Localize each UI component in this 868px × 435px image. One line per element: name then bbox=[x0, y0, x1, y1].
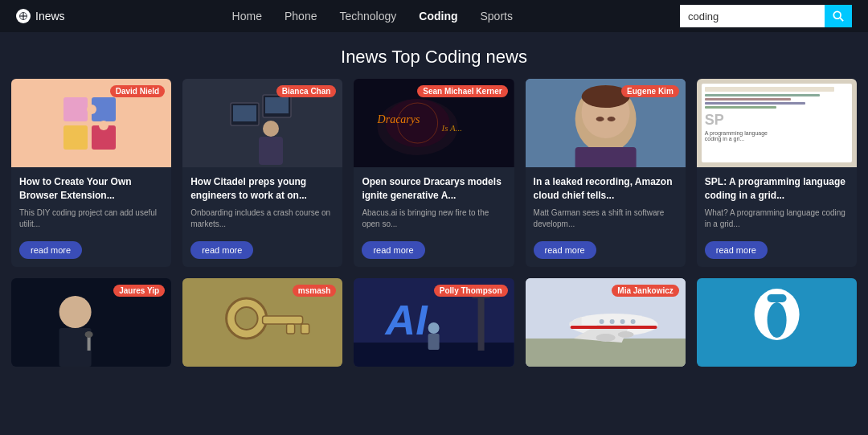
card-btn-wrap-5: read more bbox=[697, 236, 857, 267]
nav-phone[interactable]: Phone bbox=[285, 10, 317, 23]
svg-point-58 bbox=[620, 319, 624, 324]
card-btn-wrap-3: read more bbox=[354, 236, 514, 267]
svg-point-60 bbox=[596, 334, 615, 342]
svg-rect-51 bbox=[526, 339, 686, 367]
nav-sports[interactable]: Sports bbox=[481, 10, 513, 23]
svg-point-56 bbox=[599, 319, 604, 324]
svg-rect-5 bbox=[63, 97, 88, 121]
svg-point-10 bbox=[99, 121, 108, 130]
page-title: Inews Top Coding news bbox=[0, 32, 868, 79]
svg-rect-41 bbox=[301, 324, 309, 334]
svg-rect-15 bbox=[265, 97, 289, 113]
news-card-3: Sean Michael Kerner Dracarys Is A... Ope… bbox=[354, 79, 514, 267]
svg-point-38 bbox=[235, 307, 258, 330]
svg-point-32 bbox=[59, 296, 92, 328]
svg-rect-40 bbox=[287, 324, 295, 334]
card-excerpt-4: Matt Garman sees a shift in software dev… bbox=[534, 207, 678, 230]
card-btn-wrap-4: read more bbox=[526, 236, 686, 267]
navbar: Inews Home Phone Technology Coding Sport… bbox=[0, 0, 868, 32]
card-excerpt-1: This DIY coding project can add useful u… bbox=[19, 207, 163, 230]
card-title-4: In a leaked recording, Amazon cloud chie… bbox=[534, 175, 678, 203]
svg-rect-7 bbox=[63, 125, 88, 150]
svg-rect-55 bbox=[570, 326, 657, 329]
svg-rect-64 bbox=[767, 294, 786, 302]
svg-point-30 bbox=[607, 117, 615, 121]
svg-rect-39 bbox=[263, 316, 303, 324]
news-card-6: Jaures Yip bbox=[11, 278, 171, 367]
card-body-5: SPL: A programming language coding in a … bbox=[697, 167, 857, 236]
svg-text:Dracarys: Dracarys bbox=[377, 113, 420, 125]
svg-text:AI: AI bbox=[384, 297, 429, 343]
card-title-3: Open source Dracarys models ignite gener… bbox=[362, 175, 506, 203]
nav-home[interactable]: Home bbox=[232, 10, 262, 23]
news-card-5: SP A programming language coding in a gr… bbox=[697, 79, 857, 267]
puzzle-icon bbox=[59, 93, 124, 154]
read-more-btn-4[interactable]: read more bbox=[534, 241, 596, 259]
card-title-5: SPL: A programming language coding in a … bbox=[705, 175, 849, 203]
read-more-btn-1[interactable]: read more bbox=[19, 241, 82, 259]
svg-rect-28 bbox=[575, 147, 636, 167]
author-badge-3: Sean Michael Kerner bbox=[417, 85, 507, 97]
card-excerpt-2: Onboarding includes a crash course on ma… bbox=[190, 207, 334, 230]
svg-line-4 bbox=[840, 18, 843, 21]
news-card-10 bbox=[697, 278, 857, 367]
author-badge-9: Mia Jankowicz bbox=[612, 285, 678, 297]
read-more-btn-3[interactable]: read more bbox=[362, 241, 424, 259]
card-body-2: How Citadel preps young engineers to wor… bbox=[182, 167, 342, 236]
svg-rect-48 bbox=[428, 334, 440, 350]
globe-icon bbox=[16, 9, 31, 23]
search-input[interactable] bbox=[680, 5, 825, 27]
author-badge-2: Bianca Chan bbox=[276, 85, 337, 97]
author-badge-8: Polly Thompson bbox=[434, 285, 508, 297]
author-badge-7: msmash bbox=[293, 285, 337, 297]
search-form bbox=[680, 5, 852, 27]
news-card-8: Polly Thompson AI bbox=[354, 278, 514, 367]
author-badge-1: David Nield bbox=[110, 85, 165, 97]
nav-coding[interactable]: Coding bbox=[419, 10, 457, 23]
card-body-3: Open source Dracarys models ignite gener… bbox=[354, 167, 514, 236]
svg-point-59 bbox=[630, 319, 635, 324]
read-more-btn-2[interactable]: read more bbox=[190, 241, 253, 259]
svg-point-57 bbox=[609, 319, 614, 324]
svg-rect-17 bbox=[259, 137, 283, 165]
news-card-7: msmash bbox=[182, 278, 342, 367]
site-logo: Inews bbox=[16, 9, 65, 23]
card-btn-wrap-1: read more bbox=[11, 236, 171, 267]
card-title-2: How Citadel preps young engineers to wor… bbox=[190, 175, 334, 203]
news-card-4: Eugene Kim In a leaked recording, Amazon… bbox=[526, 79, 686, 267]
logo-svg bbox=[697, 278, 857, 367]
news-card-1: David Nield How to Create Your Own Brows… bbox=[11, 79, 171, 267]
read-more-btn-5[interactable]: read more bbox=[705, 241, 768, 259]
svg-point-16 bbox=[263, 121, 279, 137]
card-image-1: David Nield bbox=[11, 79, 171, 167]
card-body-4: In a leaked recording, Amazon cloud chie… bbox=[526, 167, 686, 236]
news-card-2: Bianca Chan How Citadel preps young engi… bbox=[182, 79, 342, 267]
news-grid-row2: Jaures Yip msmash Polly Thompson bbox=[0, 278, 868, 378]
card-btn-wrap-2: read more bbox=[182, 236, 342, 267]
svg-point-29 bbox=[596, 117, 604, 121]
svg-point-35 bbox=[85, 331, 93, 338]
svg-point-61 bbox=[617, 331, 633, 338]
svg-point-9 bbox=[87, 105, 96, 114]
news-grid-row1: David Nield How to Create Your Own Brows… bbox=[0, 79, 868, 278]
card-image-4: Eugene Kim bbox=[526, 79, 686, 167]
svg-point-3 bbox=[833, 11, 841, 18]
card-image-5: SP A programming language coding in a gr… bbox=[697, 79, 857, 167]
card-image-2: Bianca Chan bbox=[182, 79, 342, 167]
card-excerpt-5: What? A programming language coding in a… bbox=[705, 207, 849, 230]
card-body-1: How to Create Your Own Browser Extension… bbox=[11, 167, 171, 236]
nav-links: Home Phone Technology Coding Sports bbox=[232, 10, 513, 23]
author-badge-6: Jaures Yip bbox=[113, 285, 165, 297]
svg-point-47 bbox=[428, 322, 440, 334]
svg-rect-45 bbox=[478, 294, 485, 351]
nav-technology[interactable]: Technology bbox=[339, 10, 396, 23]
svg-rect-13 bbox=[233, 105, 256, 121]
news-card-9: Mia Jankowicz bbox=[526, 278, 686, 367]
site-name: Inews bbox=[35, 10, 65, 23]
card-image-3: Sean Michael Kerner Dracarys Is A... bbox=[354, 79, 514, 167]
search-button[interactable] bbox=[825, 5, 852, 27]
card-excerpt-3: Abacus.ai is bringing new fire to the op… bbox=[362, 207, 506, 230]
card-title-1: How to Create Your Own Browser Extension… bbox=[19, 175, 163, 203]
svg-text:Is A...: Is A... bbox=[441, 123, 462, 133]
author-badge-4: Eugene Kim bbox=[621, 85, 679, 97]
